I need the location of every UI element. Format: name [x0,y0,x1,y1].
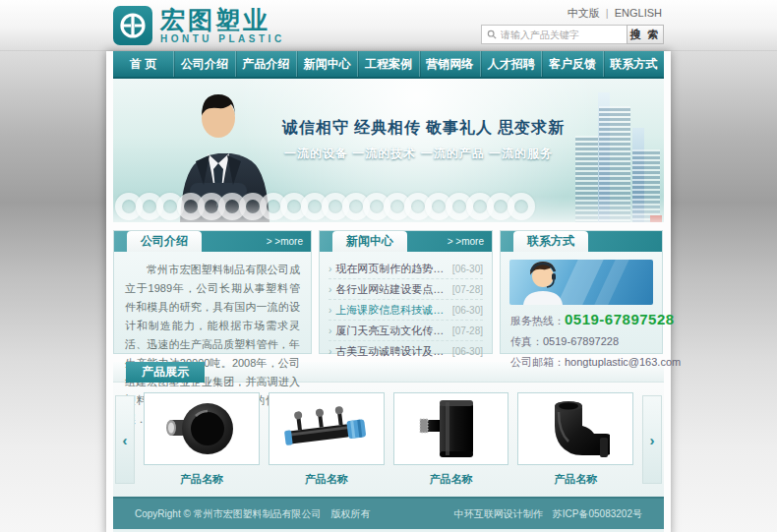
news-date: [06-30] [452,346,483,357]
product-name[interactable]: 产品名称 [144,472,260,487]
logo[interactable]: 宏图塑业 HONTU PLASTIC [113,6,285,45]
news-date: [06-30] [452,305,483,316]
news-link[interactable]: 各行业网站建设要点之金融投资类企业网站 [335,282,448,297]
hotline-label: 服务热线： [510,315,565,326]
fax-number: 0519-67897228 [543,335,619,347]
product-image [269,392,385,465]
news-link[interactable]: 古美互动诚聘设计及动画等互动人才 [335,344,448,359]
news-panel: 新闻中心 > >more › 现在网页制作的趋势是交互设计？ [06-30] ›… [319,230,493,354]
page-column: 首 页 公司介绍 产品介绍 新闻中心 工程案例 营销网络 人才招聘 客户反馈 联… [106,51,671,532]
product-card[interactable]: 产品名称 [517,392,633,487]
nav-recruit[interactable]: 人才招聘 [481,51,542,77]
carousel-prev-button[interactable]: ‹ [115,395,135,484]
mid-section: 公司介绍 > >more 常州市宏图塑料制品有限公司成立于1989年，公司长期从… [113,222,664,362]
product-card[interactable]: 产品名称 [393,392,509,487]
logo-subtitle: HONTU PLASTIC [160,33,285,44]
about-panel: 公司介绍 > >more 常州市宏图塑料制品有限公司成立于1989年，公司长期从… [113,230,312,354]
product-name[interactable]: 产品名称 [393,472,509,487]
contact-title-tab[interactable]: 联系方式 [513,231,588,252]
nav-home[interactable]: 首 页 [113,51,174,77]
fax-line: 传真：0519-67897228 [510,334,652,349]
about-title-tab[interactable]: 公司介绍 [127,231,202,252]
product-image [393,392,509,465]
language-switch: 中文版|ENGLISH [568,6,662,21]
fax-label: 传真： [510,335,543,347]
lang-divider: | [606,7,609,19]
hotline-line: 服务热线：0519-67897528 [510,311,652,328]
news-date: [07-28] [452,284,483,295]
footer-bar: CopyRight © 常州市宏图塑料制品有限公司 版权所有 中环互联网设计制作… [113,497,664,529]
search-input[interactable] [501,30,619,40]
product-image [144,392,260,465]
nav-products[interactable]: 产品介绍 [236,51,297,77]
lang-english-link[interactable]: ENGLISH [615,7,662,19]
hotline-number: 0519-67897528 [565,311,675,327]
search-icon [487,30,497,39]
news-bullet-icon: › [329,346,331,357]
customer-service-photo [509,260,653,305]
news-more-link[interactable]: > >more [448,231,484,252]
main-nav: 首 页 公司介绍 产品介绍 新闻中心 工程案例 营销网络 人才招聘 客户反馈 联… [113,51,664,79]
product-card[interactable]: 产品名称 [144,392,260,487]
search-button[interactable]: 搜 索 [627,25,664,44]
email-value: hongtuplastic@163.com [565,356,681,368]
news-list-item: › 现在网页制作的趋势是交互设计？ [06-30] [329,259,483,279]
banner-slogan: 诚信相守 经典相传 敬事礼人 思变求新 [282,118,565,139]
news-link-highlighted[interactable]: 上海课胶信息科技诚招网页设计师 [335,303,448,318]
news-list-item: › 厦门天亮互动文化传播诚聘网页设计师 [07-28] [329,321,483,341]
email-line: 公司邮箱：hongtuplastic@163.com [510,355,652,370]
nav-marketing[interactable]: 营销网络 [420,51,481,77]
banner-fog [113,197,664,222]
news-list-item: › 各行业网站建设要点之金融投资类企业网站 [07-28] [329,279,483,300]
about-more-link[interactable]: > >more [267,231,303,252]
nav-news[interactable]: 新闻中心 [297,51,358,77]
hero-banner: 诚信相守 经典相传 敬事礼人 思变求新 一流的设备 一流的技术 一流的产品 一流… [113,79,664,222]
banner-subslogan: 一流的设备 一流的技术 一流的产品 一流的服务 [284,146,553,162]
products-section: 产品展示 ‹ 产品名称 [113,362,664,497]
nav-projects[interactable]: 工程案例 [358,51,419,77]
carousel-next-button[interactable]: › [642,395,662,484]
footer-copyright: CopyRight © 常州市宏图塑料制品有限公司 版权所有 [135,507,371,521]
contact-panel: 联系方式 服务热线：0519-67897528 传真：0519-67897228… [500,230,663,354]
logo-icon [113,6,152,45]
news-link[interactable]: 现在网页制作的趋势是交互设计？ [335,262,448,276]
news-title-tab[interactable]: 新闻中心 [332,231,407,252]
news-bullet-icon: › [329,305,331,316]
news-list-item: › 上海课胶信息科技诚招网页设计师 [06-30] [329,300,483,321]
header-band: 宏图塑业 HONTU PLASTIC 中文版|ENGLISH 搜 索 [0,0,777,51]
news-bullet-icon: › [329,325,331,336]
search-bar: 搜 索 [481,25,664,44]
news-date: [07-28] [452,325,483,336]
news-bullet-icon: › [329,264,331,274]
news-link[interactable]: 厦门天亮互动文化传播诚聘网页设计师 [335,324,448,338]
email-label: 公司邮箱： [510,356,565,368]
product-card[interactable]: 产品名称 [269,392,385,487]
product-name[interactable]: 产品名称 [269,472,385,487]
nav-contact[interactable]: 联系方式 [604,51,664,77]
product-name[interactable]: 产品名称 [517,472,633,487]
news-date: [06-30] [452,264,483,274]
product-image [517,392,633,465]
logo-title: 宏图塑业 [160,8,285,33]
footer-credits: 中环互联网设计制作 苏ICP备05083202号 [454,507,642,521]
lang-chinese-link[interactable]: 中文版 [568,7,600,19]
nav-feedback[interactable]: 客户反馈 [542,51,603,77]
news-bullet-icon: › [329,284,331,295]
nav-company-intro[interactable]: 公司介绍 [174,51,235,77]
products-title-tab[interactable]: 产品展示 [126,362,205,383]
news-list-item: › 古美互动诚聘设计及动画等互动人才 [06-30] [329,341,483,362]
